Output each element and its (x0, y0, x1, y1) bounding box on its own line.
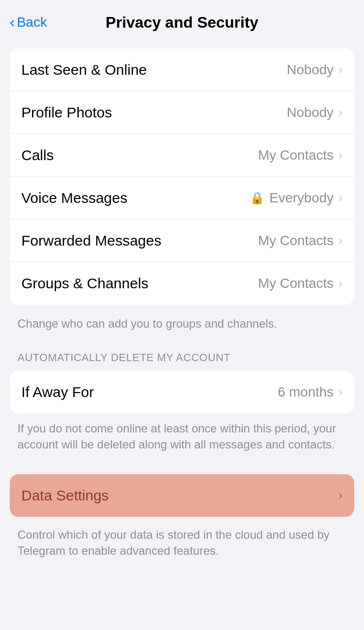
lock-icon: 🔒 (250, 191, 265, 205)
last-seen-value-group: Nobody › (287, 62, 343, 78)
data-settings-item[interactable]: Data Settings › (10, 474, 354, 517)
profile-photos-value: Nobody (287, 105, 334, 120)
forwarded-messages-value: My Contacts (258, 233, 334, 249)
groups-hint: Change who can add you to groups and cha… (0, 311, 364, 342)
auto-delete-hint: If you do not come online at least once … (0, 415, 364, 463)
calls-value: My Contacts (258, 148, 334, 163)
calls-value-group: My Contacts › (258, 148, 343, 163)
last-seen-chevron-icon: › (338, 62, 343, 77)
calls-chevron-icon: › (338, 148, 343, 163)
last-seen-item[interactable]: Last Seen & Online Nobody › (10, 49, 354, 91)
voice-messages-chevron-icon: › (338, 190, 343, 205)
forwarded-messages-label: Forwarded Messages (21, 232, 161, 249)
back-button[interactable]: ‹ Back (10, 15, 47, 30)
auto-delete-section-label: AUTOMATICALLY DELETE MY ACCOUNT (0, 342, 364, 369)
nav-bar: ‹ Back Privacy and Security (0, 0, 364, 43)
calls-label: Calls (21, 147, 54, 164)
forwarded-messages-item[interactable]: Forwarded Messages My Contacts › (10, 219, 354, 262)
groups-channels-value: My Contacts (258, 276, 334, 291)
profile-photos-value-group: Nobody › (287, 105, 343, 120)
last-seen-value: Nobody (287, 62, 334, 78)
groups-channels-chevron-icon: › (338, 276, 343, 291)
voice-messages-label: Voice Messages (21, 190, 127, 206)
page-title: Privacy and Security (106, 14, 259, 32)
voice-messages-item[interactable]: Voice Messages 🔒 Everybody › (10, 177, 354, 219)
groups-channels-item[interactable]: Groups & Channels My Contacts › (10, 262, 354, 305)
if-away-for-label: If Away For (21, 384, 94, 400)
profile-photos-item[interactable]: Profile Photos Nobody › (10, 91, 354, 134)
if-away-for-chevron-icon: › (338, 384, 343, 399)
profile-photos-chevron-icon: › (338, 105, 343, 120)
back-chevron-icon: ‹ (10, 14, 15, 30)
forwarded-messages-chevron-icon: › (338, 233, 343, 248)
if-away-for-item[interactable]: If Away For 6 months › (10, 371, 354, 414)
data-settings-hint: Control which of your data is stored in … (0, 522, 364, 574)
profile-photos-label: Profile Photos (21, 104, 112, 121)
voice-messages-value-group: 🔒 Everybody › (250, 190, 343, 206)
auto-delete-group: If Away For 6 months › (10, 371, 354, 414)
data-settings-chevron-icon: › (338, 488, 343, 503)
last-seen-label: Last Seen & Online (21, 62, 147, 78)
voice-messages-value: Everybody (269, 190, 333, 206)
calls-item[interactable]: Calls My Contacts › (10, 134, 354, 177)
if-away-for-value-group: 6 months › (278, 384, 343, 400)
groups-channels-label: Groups & Channels (21, 275, 149, 292)
groups-channels-value-group: My Contacts › (258, 276, 343, 291)
privacy-settings-group: Last Seen & Online Nobody › Profile Phot… (10, 49, 354, 305)
forwarded-messages-value-group: My Contacts › (258, 233, 343, 249)
if-away-for-value: 6 months (278, 384, 333, 400)
back-label: Back (17, 15, 47, 30)
data-settings-label: Data Settings (21, 487, 109, 504)
data-settings-group: Data Settings › (10, 474, 354, 517)
